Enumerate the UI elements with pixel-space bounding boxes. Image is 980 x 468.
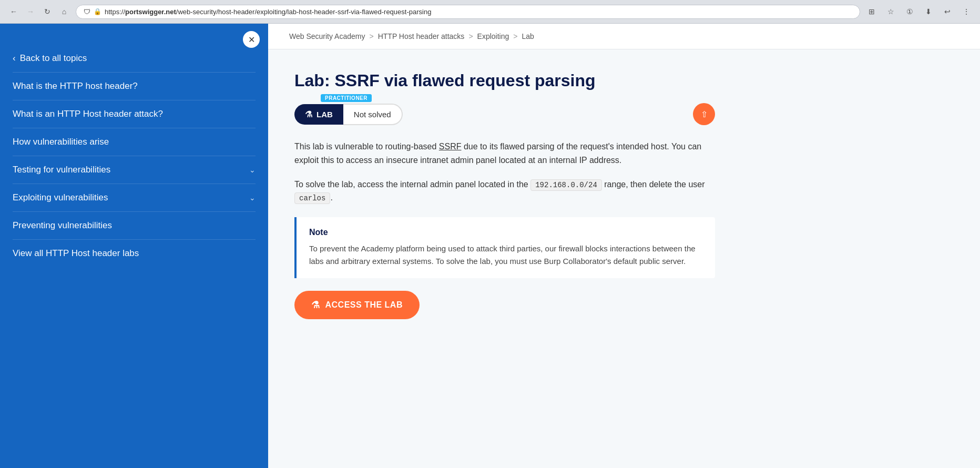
sidebar-item-host-header[interactable]: What is the HTTP host header? [13,72,256,100]
flask-icon: ⚗ [305,109,312,119]
breadcrumb-separator: > [468,32,473,40]
lab-title: Lab: SSRF via flawed request parsing [294,70,715,90]
url-path: /web-security/host-header/exploiting/lab… [176,8,432,16]
chevron-left-icon: ‹ [13,53,16,64]
sidebar-item-label: View all HTTP Host header labs [13,248,139,259]
sidebar-close-button[interactable]: ✕ [243,31,260,48]
practitioner-badge: PRACTITIONER [321,94,372,102]
sidebar-item-host-attack[interactable]: What is an HTTP Host header attack? [13,100,256,128]
url-domain: portswigger.net [125,8,176,16]
breadcrumb-separator: > [369,32,373,40]
main-layout: ✕ ‹ Back to all topics What is the HTTP … [0,24,980,468]
reload-button[interactable]: ↻ [40,4,55,19]
breadcrumb-item-academy[interactable]: Web Security Academy [289,32,365,40]
sidebar: ✕ ‹ Back to all topics What is the HTTP … [0,24,268,468]
extension-button[interactable]: ① [902,4,917,19]
nav-buttons: ← → ↻ ⌂ [6,4,72,19]
breadcrumb-separator: > [513,32,517,40]
desc-text-3: range, then delete the user [604,180,705,189]
sidebar-item-view-all[interactable]: View all HTTP Host header labs [13,239,256,267]
chevron-down-icon: ⌄ [249,166,256,174]
url-prefix: https:// [105,8,125,16]
browser-chrome: ← → ↻ ⌂ 🛡 🔒 https://portswigger.net/web-… [0,0,980,24]
access-lab-button[interactable]: ⚗ ACCESS THE LAB [294,291,420,319]
desc-end: . [330,193,332,202]
sidebar-item-testing[interactable]: Testing for vulnerabilities ⌄ [13,156,256,184]
flask-icon: ⚗ [311,299,320,311]
sidebar-item-label: What is the HTTP host header? [13,81,138,91]
share-icon: ⇧ [701,109,708,119]
lab-description-1: This lab is vulnerable to routing-based … [294,140,715,167]
back-to-topics-button[interactable]: ‹ Back to all topics [13,45,256,72]
breadcrumb: Web Security Academy > HTTP Host header … [268,24,980,49]
sidebar-item-label: Preventing vulnerabilities [13,220,112,231]
undo-button[interactable]: ↩ [940,4,955,19]
not-solved-label: Not solved [354,110,391,119]
breadcrumb-item-host-header[interactable]: HTTP Host header attacks [378,32,465,40]
extension2-button[interactable]: ⬇ [921,4,936,19]
content-area: Web Security Academy > HTTP Host header … [268,24,980,468]
breadcrumb-item-exploiting[interactable]: Exploiting [477,32,509,40]
ip-range-code: 192.168.0.0/24 [530,179,602,191]
ssrf-link[interactable]: SSRF [439,142,462,151]
back-button[interactable]: ← [6,4,21,19]
note-text: To prevent the Academy platform being us… [309,242,702,268]
back-to-topics-label: Back to all topics [20,53,87,64]
breadcrumb-item-lab[interactable]: Lab [522,32,534,40]
not-solved-button[interactable]: Not solved [343,104,403,125]
desc-text-1: This lab is vulnerable to routing-based [294,142,439,151]
lock-icon: 🔒 [94,8,101,15]
star-button[interactable]: ☆ [883,4,898,19]
user-code: carlos [294,192,330,204]
sidebar-item-label: Exploiting vulnerabilities [13,192,108,203]
access-lab-label: ACCESS THE LAB [325,300,403,310]
browser-actions: ⊞ ☆ ① ⬇ ↩ ⋮ [864,4,974,19]
shield-icon: 🛡 [84,8,90,16]
more-button[interactable]: ⋮ [959,4,974,19]
close-icon: ✕ [248,35,255,45]
home-button[interactable]: ⌂ [57,4,72,19]
lab-btn-label: LAB [317,110,333,119]
url-display: https://portswigger.net/web-security/hos… [105,8,431,16]
lab-description-2: To solve the lab, access the internal ad… [294,178,715,205]
sidebar-item-how-arise[interactable]: How vulnerabilities arise [13,128,256,156]
share-button[interactable]: ⇧ [693,103,715,125]
sidebar-item-label: Testing for vulnerabilities [13,165,110,175]
chevron-down-icon: ⌄ [249,194,256,202]
address-bar[interactable]: 🛡 🔒 https://portswigger.net/web-security… [76,5,860,19]
qr-button[interactable]: ⊞ [864,4,879,19]
lab-button[interactable]: ⚗ LAB [294,104,343,125]
lab-badge-row: PRACTITIONER ⚗ LAB Not solved ⇧ [294,103,715,125]
sidebar-item-preventing[interactable]: Preventing vulnerabilities [13,211,256,239]
note-box: Note To prevent the Academy platform bei… [294,217,715,278]
forward-button[interactable]: → [23,4,38,19]
sidebar-item-label: How vulnerabilities arise [13,137,109,147]
note-title: Note [309,228,702,237]
sidebar-item-label: What is an HTTP Host header attack? [13,109,163,119]
lab-content: Lab: SSRF via flawed request parsing PRA… [268,49,741,340]
sidebar-item-exploiting[interactable]: Exploiting vulnerabilities ⌄ [13,184,256,211]
desc-text-2: To solve the lab, access the internal ad… [294,180,528,189]
sidebar-nav: ‹ Back to all topics What is the HTTP ho… [0,24,268,280]
